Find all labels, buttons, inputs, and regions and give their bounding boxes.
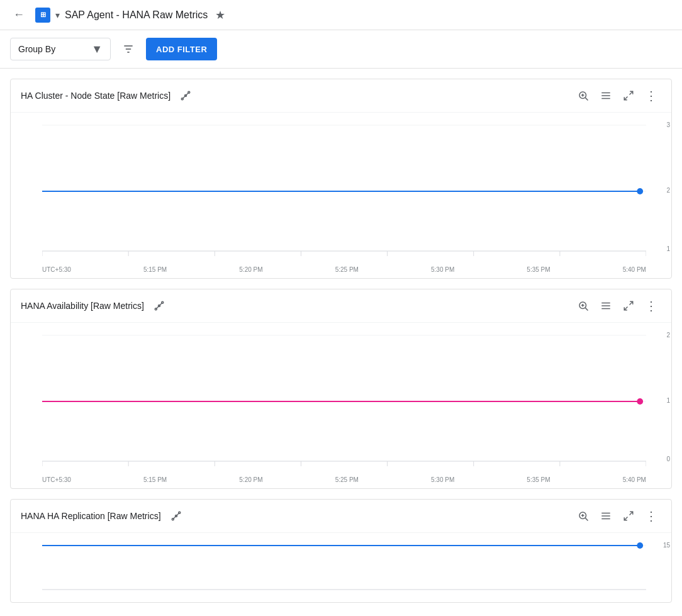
chart-svg-3 — [42, 539, 646, 602]
filter-bar: Group By ▼ ADD FILTER — [0, 30, 682, 69]
chart-title-1: HA Cluster - Node State [Raw Metrics] — [21, 91, 170, 101]
fullscreen-button-1[interactable] — [618, 86, 639, 106]
legend-icon-1 — [600, 90, 612, 101]
x-label-2-1: 5:20 PM — [239, 266, 262, 273]
chart-scatter-button-2[interactable] — [149, 296, 169, 316]
x-axis-1: UTC+5:30 5:15 PM 5:20 PM 5:25 PM 5:30 PM… — [42, 264, 646, 278]
chart-panel-2: HANA Availability [Raw Metrics] — [10, 289, 672, 489]
chart-title-area-1: HA Cluster - Node State [Raw Metrics] — [21, 86, 196, 106]
x-label-6-2: 5:40 PM — [623, 476, 646, 483]
zoom-button-2[interactable] — [573, 296, 593, 316]
y-label-min-2: 0 — [666, 456, 670, 462]
fullscreen-icon-1 — [623, 90, 634, 101]
chart-actions-1: ⋮ — [573, 86, 661, 106]
y-label-max-3: 15 — [663, 542, 670, 549]
y-label-max-1: 3 — [666, 121, 670, 128]
chart-body-1: 3 2 1 — [11, 113, 671, 278]
zoom-icon-2 — [578, 300, 589, 311]
x-label-4-2: 5:30 PM — [431, 476, 454, 483]
x-label-0-1: UTC+5:30 — [42, 266, 71, 273]
page-title: SAP Agent - HANA Raw Metrics — [65, 9, 208, 21]
legend-icon-3 — [600, 510, 612, 522]
chart-body-2: 2 1 0 — [11, 323, 671, 488]
back-icon: ← — [13, 8, 25, 21]
back-button[interactable]: ← — [8, 4, 30, 26]
chevron-down-icon: ▼ — [91, 43, 103, 56]
x-label-5-2: 5:35 PM — [527, 476, 550, 483]
chart-title-area-3: HANA HA Replication [Raw Metrics] — [21, 506, 186, 526]
zoom-button-3[interactable] — [573, 506, 593, 526]
svg-line-62 — [585, 518, 588, 520]
x-label-1-2: 5:15 PM — [143, 476, 167, 483]
dashboard-icon: ⊞ — [35, 8, 50, 23]
x-label-1-1: 5:15 PM — [143, 266, 167, 273]
y-label-mid-2: 1 — [666, 397, 670, 404]
chart-header-3: HANA HA Replication [Raw Metrics] — [11, 500, 671, 533]
chart-title-2: HANA Availability [Raw Metrics] — [21, 301, 144, 311]
chart-scatter-button-3[interactable] — [166, 506, 186, 526]
zoom-icon-3 — [578, 510, 589, 522]
chart-svg-1 — [42, 119, 646, 264]
x-label-5-1: 5:35 PM — [527, 266, 550, 273]
y-label-min-1: 1 — [666, 245, 670, 252]
star-icon[interactable]: ★ — [213, 6, 228, 25]
zoom-button-1[interactable] — [573, 86, 593, 106]
svg-point-29 — [637, 188, 643, 194]
chart-scatter-button-1[interactable] — [176, 86, 196, 106]
legend-button-1[interactable] — [596, 86, 616, 106]
chart-panel-3: HANA HA Replication [Raw Metrics] — [10, 499, 672, 603]
y-label-mid-1: 2 — [666, 187, 670, 194]
x-label-4-1: 5:30 PM — [431, 266, 454, 273]
chart-title-3: HANA HA Replication [Raw Metrics] — [21, 511, 161, 521]
svg-point-74 — [637, 542, 643, 549]
group-by-label: Group By — [18, 44, 55, 54]
chart-header-1: HA Cluster - Node State [Raw Metrics] — [11, 79, 671, 113]
chart-svg-2 — [42, 329, 646, 474]
more-button-2[interactable]: ⋮ — [641, 296, 661, 316]
chart-actions-2: ⋮ — [573, 296, 661, 316]
svg-line-33 — [156, 303, 163, 310]
svg-line-8 — [585, 98, 588, 100]
svg-point-56 — [637, 398, 643, 405]
filter-button[interactable] — [117, 38, 140, 60]
svg-line-60 — [172, 513, 179, 520]
fullscreen-button-2[interactable] — [618, 296, 639, 316]
y-label-max-2: 2 — [666, 332, 670, 339]
filter-icon — [122, 43, 135, 55]
charts-container: HA Cluster - Node State [Raw Metrics] — [0, 69, 682, 613]
x-label-6-1: 5:40 PM — [623, 266, 646, 273]
fullscreen-icon-3 — [623, 510, 634, 522]
chart-actions-3: ⋮ — [573, 506, 661, 526]
more-button-1[interactable]: ⋮ — [641, 86, 661, 106]
svg-line-14 — [630, 91, 633, 94]
x-label-0-2: UTC+5:30 — [42, 476, 71, 483]
legend-button-2[interactable] — [596, 296, 616, 316]
svg-line-35 — [585, 308, 588, 310]
x-label-3-2: 5:25 PM — [335, 476, 359, 483]
scatter-icon-3 — [170, 510, 182, 522]
chart-title-area-2: HANA Availability [Raw Metrics] — [21, 296, 169, 316]
fullscreen-icon-2 — [623, 300, 634, 311]
group-by-dropdown[interactable]: Group By ▼ — [10, 38, 111, 60]
x-label-2-2: 5:20 PM — [239, 476, 262, 483]
more-button-3[interactable]: ⋮ — [641, 506, 661, 526]
x-axis-2: UTC+5:30 5:15 PM 5:20 PM 5:25 PM 5:30 PM… — [42, 474, 646, 488]
svg-line-68 — [630, 512, 633, 515]
svg-line-41 — [630, 301, 633, 305]
chart-header-2: HANA Availability [Raw Metrics] — [11, 289, 671, 323]
svg-line-15 — [624, 97, 627, 100]
legend-icon-2 — [600, 300, 612, 311]
scatter-icon-2 — [154, 300, 165, 311]
add-filter-button[interactable]: ADD FILTER — [146, 38, 217, 60]
legend-button-3[interactable] — [596, 506, 616, 526]
chart-body-3: 15 — [11, 533, 671, 602]
svg-line-42 — [624, 307, 627, 310]
dropdown-arrow-icon[interactable]: ▾ — [55, 10, 60, 20]
svg-line-6 — [182, 92, 189, 99]
fullscreen-button-3[interactable] — [618, 506, 639, 526]
zoom-icon-1 — [578, 90, 589, 101]
chart-panel-1: HA Cluster - Node State [Raw Metrics] — [10, 79, 672, 279]
x-label-3-1: 5:25 PM — [335, 266, 359, 273]
svg-line-69 — [624, 517, 627, 520]
top-bar: ← ⊞ ▾ SAP Agent - HANA Raw Metrics ★ — [0, 0, 682, 30]
